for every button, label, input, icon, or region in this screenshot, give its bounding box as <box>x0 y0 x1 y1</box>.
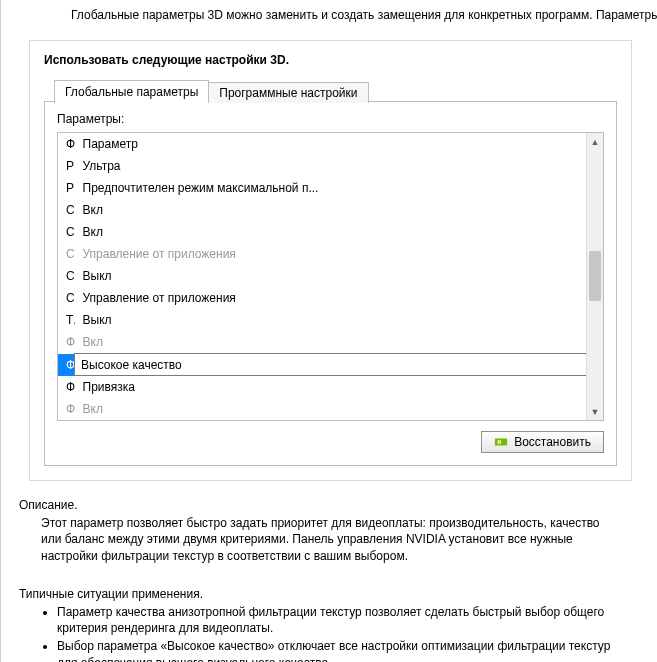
setting-name: Сглаживание - параметры <box>58 243 75 265</box>
setting-value: Вкл <box>75 221 603 243</box>
tab-program[interactable]: Программные настройки <box>209 82 368 103</box>
table-header: Функция Параметр <box>58 133 603 155</box>
setting-value: Ультра <box>75 155 603 177</box>
column-parameter: Параметр <box>75 133 603 155</box>
setting-name: Фильтрация текстур - отрицательное о... <box>58 376 75 399</box>
setting-value: Привязка <box>75 376 603 399</box>
table-row[interactable]: Фильтрация текстур - анизотропная оп...В… <box>58 331 603 354</box>
setting-name: Сглаживание - FXAA <box>58 199 75 221</box>
tabs: Глобальные параметры Программные настрой… <box>54 79 617 102</box>
restore-button[interactable]: Восстановить <box>481 431 604 453</box>
setting-value: Вкл <box>75 331 603 354</box>
svg-point-2 <box>499 441 501 443</box>
tab-global[interactable]: Глобальные параметры <box>54 80 209 103</box>
settings-grid: Функция Параметр Режим низкой задержкиУл… <box>57 132 604 421</box>
setting-name: Тройная буферизация <box>58 309 75 331</box>
table-row[interactable]: Сглаживание - режимУправление от приложе… <box>58 287 603 309</box>
setting-value[interactable]: Высокое качество⌄ <box>75 354 603 376</box>
usage-list: Параметр качества анизотропной фильтраци… <box>19 604 622 662</box>
setting-value: Выкл <box>75 265 603 287</box>
scrollbar[interactable]: ▲ ▼ <box>586 133 603 420</box>
setting-value: Вкл <box>75 199 603 221</box>
setting-value: Предпочтителен режим максимальной п... <box>75 177 603 199</box>
table-row[interactable]: Режим управления электропитаниемПредпочт… <box>58 177 603 199</box>
params-label: Параметры: <box>57 112 604 126</box>
setting-name: Сглаживание - прозрачность <box>58 265 75 287</box>
table-row[interactable]: Режим низкой задержкиУльтра <box>58 155 603 177</box>
setting-value: Управление от приложения <box>75 243 603 265</box>
table-row[interactable]: Фильтрация текстур - качествоВысокое кач… <box>58 354 603 376</box>
setting-name: Режим низкой задержки <box>58 155 75 177</box>
usage-item: Выбор параметра «Высокое качество» отклю… <box>57 638 622 662</box>
setting-value: Вкл <box>75 398 603 420</box>
panel-title: Использовать следующие настройки 3D. <box>44 53 617 67</box>
setting-name: Фильтрация текстур - качество <box>58 354 75 376</box>
table-row[interactable]: Фильтрация текстур - отрицательное о...П… <box>58 376 603 399</box>
setting-name: Фильтрация текстур - трилинейная опт... <box>58 398 75 420</box>
setting-name: Режим управления электропитанием <box>58 177 75 199</box>
restore-button-label: Восстановить <box>514 435 591 449</box>
scroll-track[interactable] <box>587 150 603 403</box>
nvidia-icon <box>494 435 508 449</box>
description-title: Описание. <box>19 497 622 513</box>
intro-text: Глобальные параметры 3D можно заменить и… <box>1 8 657 22</box>
table-row[interactable]: Тройная буферизацияВыкл <box>58 309 603 331</box>
setting-name: Сглаживание - режим <box>58 287 75 309</box>
scroll-thumb[interactable] <box>589 251 601 301</box>
settings-panel: Использовать следующие настройки 3D. Гло… <box>29 40 632 481</box>
table-row[interactable]: Сглаживание - гамма-коррекцияВкл <box>58 221 603 243</box>
table-row[interactable]: Сглаживание - параметрыУправление от при… <box>58 243 603 265</box>
setting-value: Выкл <box>75 309 603 331</box>
table-row[interactable]: Сглаживание - прозрачностьВыкл <box>58 265 603 287</box>
scroll-down-icon[interactable]: ▼ <box>587 403 603 420</box>
setting-name: Фильтрация текстур - анизотропная оп... <box>58 331 75 354</box>
setting-value: Управление от приложения <box>75 287 603 309</box>
table-row[interactable]: Фильтрация текстур - трилинейная опт...В… <box>58 398 603 420</box>
scroll-up-icon[interactable]: ▲ <box>587 133 603 150</box>
table-row[interactable]: Сглаживание - FXAAВкл <box>58 199 603 221</box>
tab-body: Параметры: Функция Параметр Режим низкой… <box>44 101 617 466</box>
column-function: Функция <box>58 133 75 155</box>
setting-name: Сглаживание - гамма-коррекция <box>58 221 75 243</box>
usage-item: Параметр качества анизотропной фильтраци… <box>57 604 622 636</box>
usage-title: Типичные ситуации применения. <box>19 586 622 602</box>
description-body: Этот параметр позволяет быстро задать пр… <box>19 515 622 564</box>
